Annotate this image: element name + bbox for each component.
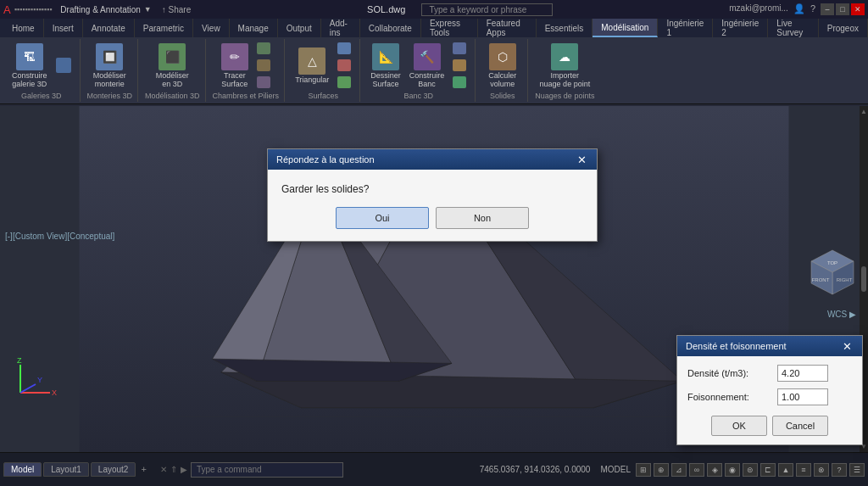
non-button[interactable]: Non xyxy=(436,207,529,229)
density-dialog: Densité et foisonnement ✕ Densité (t/m3)… xyxy=(676,335,863,445)
density-buttons: OK Cancel xyxy=(687,412,852,436)
density-label: Densité (t/m3): xyxy=(687,368,772,378)
density-dialog-title: Densité et foisonnement xyxy=(686,341,787,351)
dialog-overlay: Répondez à la question ✕ Garder les soli… xyxy=(0,0,868,486)
question-dialog-close-icon[interactable]: ✕ xyxy=(576,154,588,165)
density-dialog-body: Densité (t/m3): Foisonnement: OK Cancel xyxy=(677,356,862,444)
question-dialog-body: Garder les solides? Oui Non xyxy=(268,170,597,241)
density-input[interactable] xyxy=(777,365,828,382)
ok-button[interactable]: OK xyxy=(711,416,767,436)
question-dialog-title: Répondez à la question xyxy=(276,154,375,165)
question-text: Garder les solides? xyxy=(281,183,583,195)
question-buttons: Oui Non xyxy=(281,207,583,229)
foisonnement-row: Foisonnement: xyxy=(687,388,852,405)
question-dialog: Répondez à la question ✕ Garder les soli… xyxy=(267,148,598,242)
density-row: Densité (t/m3): xyxy=(687,365,852,382)
cancel-button[interactable]: Cancel xyxy=(772,416,828,436)
foisonnement-input[interactable] xyxy=(777,388,828,405)
density-dialog-close-icon[interactable]: ✕ xyxy=(841,341,854,352)
foisonnement-label: Foisonnement: xyxy=(687,392,772,402)
question-dialog-header: Répondez à la question ✕ xyxy=(268,149,597,170)
density-dialog-header: Densité et foisonnement ✕ xyxy=(677,336,862,356)
oui-button[interactable]: Oui xyxy=(336,207,429,229)
